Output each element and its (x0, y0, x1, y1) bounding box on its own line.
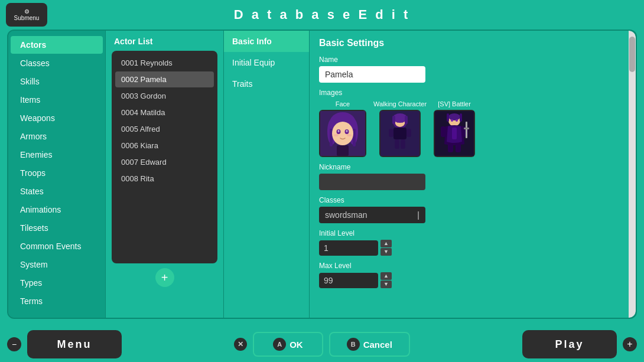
cancel-badge: B (347, 338, 360, 351)
face-image[interactable] (319, 110, 366, 157)
sidebar-item-animations[interactable]: Animations (11, 201, 103, 218)
svg-rect-38 (456, 143, 461, 152)
sidebar-item-terms[interactable]: Terms (11, 292, 103, 310)
actor-item[interactable]: 0002 Pamela (115, 71, 214, 87)
ok-label: OK (290, 340, 303, 350)
bottom-bar: − Menu ✕ A OK B Cancel Play + (0, 327, 644, 362)
nickname-label: Nickname (319, 163, 619, 171)
initial-level-up[interactable]: ▲ (380, 240, 392, 247)
initial-level-input[interactable] (319, 240, 378, 256)
svg-rect-30 (447, 113, 449, 122)
submenu-button[interactable]: ⚙ Submenu (6, 3, 47, 27)
walking-image[interactable] (379, 110, 421, 157)
actor-item[interactable]: 0008 Rita (115, 171, 214, 187)
max-level-input[interactable] (319, 273, 378, 288)
actor-item[interactable]: 0004 Matilda (115, 105, 214, 120)
x-badge: ✕ (234, 338, 247, 351)
svg-point-39 (451, 119, 453, 122)
svg-rect-4 (330, 129, 333, 146)
scrollbar-thumb[interactable] (629, 37, 635, 72)
svg-rect-35 (466, 122, 467, 138)
submenu-icon: ⚙ (24, 8, 30, 15)
sidebar-item-common-events[interactable]: Common Events (11, 237, 103, 255)
svg-rect-36 (464, 128, 469, 129)
classes-select[interactable]: swordsman | (319, 207, 425, 223)
add-actor-button[interactable]: + (155, 268, 174, 287)
face-character-svg (320, 111, 365, 156)
sidebar-item-types[interactable]: Types (11, 274, 103, 292)
svg-rect-33 (441, 126, 445, 137)
svg-point-10 (346, 130, 348, 132)
minus-circle: − (7, 337, 21, 351)
svg-rect-19 (393, 128, 406, 139)
sidebar-item-states[interactable]: States (11, 182, 103, 200)
page-title: D a t a b a s e E d i t (234, 7, 411, 22)
sidebar-item-actors[interactable]: Actors (11, 36, 103, 54)
bottom-center: ✕ A OK B Cancel (234, 332, 410, 357)
svg-point-12 (347, 134, 352, 136)
scrollbar[interactable] (629, 31, 636, 318)
svg-rect-37 (448, 143, 453, 152)
max-level-down[interactable]: ▼ (380, 281, 392, 288)
sidebar-item-weapons[interactable]: Weapons (11, 109, 103, 127)
initial-level-row: ▲ ▼ (319, 240, 619, 256)
sidebar-item-tilesets[interactable]: Tilesets (11, 219, 103, 237)
battler-character-svg (435, 111, 474, 156)
walking-label: Walking Character (373, 100, 427, 107)
basic-settings-title: Basic Settings (319, 38, 619, 48)
max-level-arrows: ▲ ▼ (380, 272, 392, 288)
max-level-up[interactable]: ▲ (380, 272, 392, 280)
initial-level-label: Initial Level (319, 229, 619, 237)
sidebar: ActorsClassesSkillsItemsWeaponsArmorsEne… (8, 31, 106, 318)
name-input[interactable] (319, 66, 425, 83)
detail-panel: Basic Settings Name Images Face (310, 31, 629, 318)
svg-rect-5 (353, 129, 356, 146)
plus-circle: + (623, 337, 637, 351)
actor-list-title: Actor List (112, 37, 217, 46)
actor-item[interactable]: 0005 Alfred (115, 121, 214, 137)
actor-item[interactable]: 0006 Kiara (115, 138, 214, 154)
classes-value: swordsman (325, 210, 367, 220)
actor-list-box: 0001 Reynolds0002 Pamela0003 Gordon0004 … (112, 51, 217, 263)
walking-character-svg (380, 111, 419, 156)
top-bar: ⚙ Submenu D a t a b a s e E d i t (0, 0, 644, 30)
sidebar-item-skills[interactable]: Skills (11, 73, 103, 90)
ok-button[interactable]: A OK (253, 332, 323, 357)
actor-item[interactable]: 0003 Gordon (115, 88, 214, 104)
sidebar-item-system[interactable]: System (11, 256, 103, 273)
sidebar-item-enemies[interactable]: Enemies (11, 146, 103, 164)
tabs-panel: Basic InfoInitial EquipTraits (224, 31, 310, 318)
actor-item[interactable]: 0001 Reynolds (115, 55, 214, 71)
name-label: Name (319, 56, 619, 64)
nickname-input[interactable] (319, 174, 425, 190)
battler-image[interactable] (434, 110, 475, 157)
svg-point-40 (456, 119, 458, 122)
sidebar-item-classes[interactable]: Classes (11, 54, 103, 72)
add-actor-area: + (112, 268, 217, 287)
submenu-label: Submenu (14, 15, 40, 21)
play-button[interactable]: Play (522, 330, 617, 358)
classes-label: Classes (319, 196, 619, 204)
sidebar-item-armors[interactable]: Armors (11, 128, 103, 145)
menu-label: Menu (57, 338, 92, 351)
main-content: ActorsClassesSkillsItemsWeaponsArmorsEne… (7, 30, 637, 319)
images-row: Face (319, 100, 619, 157)
svg-rect-21 (406, 129, 411, 137)
tab-basic-info[interactable]: Basic Info (224, 31, 309, 52)
svg-rect-32 (452, 128, 457, 139)
play-label: Play (555, 338, 584, 351)
svg-rect-20 (389, 129, 393, 137)
sidebar-item-troops[interactable]: Troops (11, 164, 103, 182)
tab-initial-equip[interactable]: Initial Equip (224, 52, 309, 73)
face-image-box: Face (319, 100, 366, 157)
actor-list-panel: Actor List 0001 Reynolds0002 Pamela0003 … (106, 31, 224, 318)
cancel-label: Cancel (363, 340, 392, 350)
svg-rect-23 (401, 139, 405, 149)
initial-level-down[interactable]: ▼ (380, 248, 392, 256)
actor-item[interactable]: 0007 Edward (115, 154, 214, 170)
sidebar-item-items[interactable]: Items (11, 91, 103, 109)
cancel-button[interactable]: B Cancel (329, 332, 410, 357)
menu-button[interactable]: Menu (27, 330, 122, 358)
tab-traits[interactable]: Traits (224, 73, 309, 94)
svg-rect-22 (395, 139, 399, 149)
